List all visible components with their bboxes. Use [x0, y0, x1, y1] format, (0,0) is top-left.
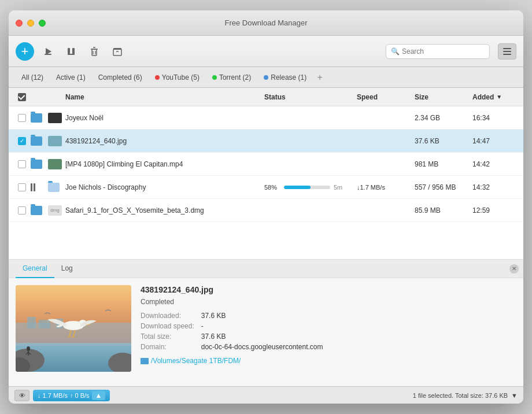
pause-button[interactable]: [62, 43, 80, 60]
toolbar: +: [9, 36, 523, 67]
tab-release[interactable]: Release (1): [258, 69, 312, 86]
detail-filename: 438192124_640.jpg: [141, 285, 516, 294]
row-checkbox[interactable]: [18, 160, 26, 168]
svg-point-25: [27, 346, 30, 351]
tab-bar: All (12) Active (1) Completed (6) YouTub…: [9, 67, 523, 88]
row-filename: [MP4 1080p] Climbing El Capitan.mp4: [65, 160, 264, 168]
total-size-value: 37.6 KB: [201, 332, 516, 341]
detail-tab-bar: General Log ✕: [9, 260, 523, 278]
progress-container: 58% 5m: [264, 184, 357, 191]
row-added: 16:34: [472, 114, 519, 122]
search-box[interactable]: 🔍: [386, 44, 490, 59]
header-name: Name: [65, 93, 264, 101]
table-row[interactable]: dmg Safari_9.1_for_OS_X_Yosemite_beta_3.…: [9, 199, 523, 222]
table-row[interactable]: [MP4 1080p] Climbing El Capitan.mp4 981 …: [9, 153, 523, 176]
tab-completed-label: Completed (6): [98, 73, 142, 82]
header-speed: Speed: [357, 93, 415, 101]
traffic-lights: [16, 20, 46, 27]
upload-speed: ↑ 0 B/s: [70, 392, 90, 399]
table-row[interactable]: Joyeux Noël 2.34 GB 16:34: [9, 106, 523, 130]
header-checkbox-col[interactable]: [13, 93, 31, 101]
tab-torrent-label: Torrent (2): [219, 73, 251, 82]
table-row[interactable]: 438192124_640.jpg 37.6 KB 14:47: [9, 130, 523, 153]
tab-general[interactable]: General: [16, 260, 54, 278]
tab-all[interactable]: All (12): [16, 69, 49, 86]
thumbnail: dmg: [48, 205, 62, 216]
row-checkbox[interactable]: [18, 137, 26, 145]
row-size: 557 / 956 MB: [415, 183, 472, 191]
search-input[interactable]: [402, 47, 485, 56]
progress-bar: [284, 186, 330, 189]
row-added: 14:42: [472, 160, 519, 168]
tab-active[interactable]: Active (1): [50, 69, 91, 86]
progress-fill: [284, 186, 311, 189]
trash-icon: [88, 46, 100, 57]
pause-icon: [65, 46, 77, 57]
tab-youtube[interactable]: YouTube (5): [149, 69, 205, 86]
youtube-dot: [155, 75, 160, 80]
table-header: Name Status Speed Size Added ▼: [9, 88, 523, 106]
domain-label: Domain:: [141, 343, 194, 351]
archive-icon: [112, 46, 123, 57]
status-left: 👁 ↓ 1.7 MB/s ↑ 0 B/s ▲: [14, 390, 110, 401]
tab-add-button[interactable]: +: [313, 71, 326, 84]
tab-torrent[interactable]: Torrent (2): [206, 69, 257, 86]
folder-icon: [31, 160, 42, 169]
detail-close-button[interactable]: ✕: [509, 264, 519, 273]
close-button[interactable]: [16, 20, 23, 27]
row-added: 14:32: [472, 183, 519, 191]
delete-button[interactable]: [85, 43, 104, 60]
play-icon: [42, 46, 54, 57]
row-checkbox[interactable]: [18, 183, 26, 191]
archive-button[interactable]: [108, 43, 127, 60]
row-speed: ↓1.7 MB/s: [357, 184, 415, 191]
titlebar: Free Download Manager: [9, 10, 523, 36]
minimize-button[interactable]: [27, 20, 34, 27]
eye-icon: 👁: [19, 392, 25, 399]
detail-content: 438192124_640.jpg Completed Downloaded: …: [9, 278, 523, 386]
svg-rect-0: [45, 54, 51, 55]
svg-rect-3: [68, 54, 75, 55]
folder-icon: [48, 183, 60, 192]
add-button[interactable]: +: [16, 42, 34, 61]
window-title: Free Download Manager: [224, 19, 307, 27]
download-speed-value: -: [201, 322, 516, 330]
maximize-button[interactable]: [39, 20, 46, 27]
folder-icon: [31, 206, 42, 215]
release-dot: [264, 75, 268, 80]
menu-line: [503, 48, 511, 49]
folder-icon: [31, 113, 42, 123]
row-checkbox[interactable]: [18, 114, 26, 122]
header-added: Added ▼: [472, 93, 519, 101]
row-checkbox[interactable]: [18, 206, 26, 215]
row-filename: 438192124_640.jpg: [65, 137, 264, 145]
sort-icon: ▼: [496, 94, 502, 100]
table-row[interactable]: Joe Nichols - Discography 58% 5m ↓1.7 MB…: [9, 176, 523, 199]
thumbnail: [48, 113, 62, 123]
tab-active-label: Active (1): [56, 73, 86, 82]
status-right: 1 file selected. Total size: 37.6 KB ▼: [413, 392, 518, 399]
row-added: 12:59: [472, 206, 519, 215]
chevron-down-icon[interactable]: ▼: [511, 392, 518, 399]
menu-button[interactable]: [498, 43, 516, 60]
eye-button[interactable]: 👁: [14, 390, 29, 401]
detail-path: /Volumes/Seagate 1TB/FDM/: [141, 357, 516, 365]
row-filename: Joe Nichols - Discography: [65, 183, 264, 191]
detail-info: 438192124_640.jpg Completed Downloaded: …: [141, 285, 516, 379]
svg-rect-10: [113, 48, 121, 50]
domain-value: doc-0c-64-docs.googleusercontent.com: [201, 343, 516, 351]
select-all-checkbox[interactable]: [18, 93, 26, 101]
row-filename: Safari_9.1_for_OS_X_Yosemite_beta_3.dmg: [65, 206, 264, 215]
folder-small-icon: [141, 358, 149, 364]
thumbnail: [48, 136, 62, 146]
thumbnail: [48, 159, 62, 169]
row-size: 981 MB: [415, 160, 472, 168]
row-status: 58% 5m: [264, 184, 357, 191]
expand-button[interactable]: ▲: [92, 391, 106, 400]
detail-grid: Downloaded: 37.6 KB Download speed: - To…: [141, 312, 516, 351]
row-size: 85.9 MB: [415, 206, 472, 215]
tab-log[interactable]: Log: [54, 260, 80, 278]
tab-completed[interactable]: Completed (6): [93, 69, 148, 86]
detail-panel: General Log ✕: [9, 259, 523, 386]
resume-button[interactable]: [39, 43, 57, 60]
